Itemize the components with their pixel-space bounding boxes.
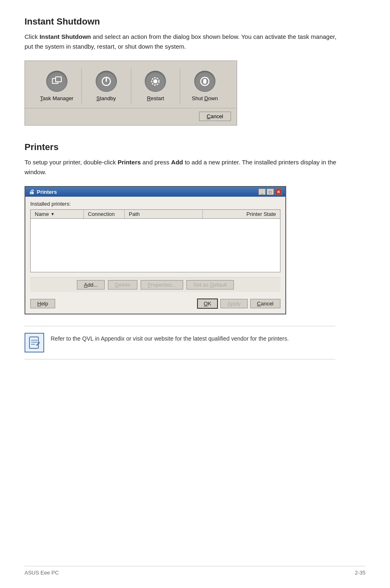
shutdown-dialog: Task Manager Standby xyxy=(25,61,237,126)
shut-down-label: Shut Down xyxy=(192,95,218,101)
standby-svg xyxy=(100,75,112,88)
ok-button[interactable]: OK xyxy=(197,298,218,309)
maximize-button[interactable]: □ xyxy=(267,189,274,195)
properties-button[interactable]: Properties... xyxy=(141,280,183,290)
task-manager-label: Task Manager xyxy=(40,95,74,101)
note-text: Refer to the QVL in Appendix or visit ou… xyxy=(51,333,289,343)
shutdown-buttons-row: Task Manager Standby xyxy=(25,61,237,108)
note-box: Refer to the QVL in Appendix or visit ou… xyxy=(25,326,335,359)
sort-arrow-icon: ▼ xyxy=(51,212,55,216)
standby-icon xyxy=(96,71,117,92)
shut-down-button[interactable]: Shut Down xyxy=(180,68,229,104)
shut-down-icon xyxy=(194,71,215,92)
shut-down-svg xyxy=(199,75,211,88)
printers-description: To setup your printer, double-click Prin… xyxy=(25,157,343,177)
svg-rect-1 xyxy=(56,77,61,82)
installed-printers-label: Installed printers: xyxy=(30,201,280,207)
svg-rect-9 xyxy=(29,337,38,348)
close-button[interactable]: ✕ xyxy=(275,189,282,195)
minimize-button[interactable]: _ xyxy=(258,189,266,195)
col-header-state[interactable]: Printer State xyxy=(203,210,280,218)
shutdown-cancel-row: Cancel xyxy=(25,108,237,125)
set-default-button[interactable]: Set as Default xyxy=(186,280,234,290)
svg-point-5 xyxy=(153,79,157,83)
shutdown-cancel-button[interactable]: Cancel xyxy=(199,112,231,121)
standby-label: Standby xyxy=(96,95,116,101)
note-icon xyxy=(25,333,44,352)
restart-svg xyxy=(149,75,161,88)
restart-icon xyxy=(145,71,166,92)
printers-bold: Printers xyxy=(118,159,141,166)
instant-shutdown-bold: Instant Shutdown xyxy=(40,33,91,40)
help-button[interactable]: Help xyxy=(30,299,55,308)
task-manager-button[interactable]: Task Manager xyxy=(32,68,82,104)
footer-left: Help xyxy=(30,299,55,308)
printer-window-title: Printers xyxy=(37,189,57,195)
printers-table: Name ▼ Connection Path Printer State xyxy=(30,209,280,272)
printers-body: Installed printers: Name ▼ Connection Pa… xyxy=(25,197,285,314)
col-state-label: Printer State xyxy=(247,211,276,217)
printers-titlebar: 🖨 Printers _ □ ✕ xyxy=(25,187,285,197)
titlebar-controls: _ □ ✕ xyxy=(258,189,282,195)
col-path-label: Path xyxy=(129,211,140,217)
shutdown-dialog-inner: Task Manager Standby xyxy=(25,61,237,125)
add-bold: Add xyxy=(171,159,183,166)
printers-actions-row: Add... Delete Properties... Set as Defau… xyxy=(30,277,280,292)
note-svg xyxy=(28,336,41,349)
task-manager-svg xyxy=(51,75,63,88)
footer-right-text: 2-35 xyxy=(355,570,365,576)
task-manager-icon xyxy=(46,71,67,92)
cancel-button[interactable]: Cancel xyxy=(250,299,280,308)
instant-shutdown-description: Click Instant Shutdown and select an act… xyxy=(25,32,343,52)
printers-title: Printers xyxy=(25,142,365,153)
add-button[interactable]: Add... xyxy=(77,280,105,290)
standby-button[interactable]: Standby xyxy=(82,68,131,104)
printers-section: Printers To setup your printer, double-c… xyxy=(25,142,365,359)
printers-table-body xyxy=(31,219,280,272)
restart-button[interactable]: Restart xyxy=(131,68,181,104)
footer-left-text: ASUS Eee PC xyxy=(25,570,59,576)
printers-footer: Help OK Apply Cancel xyxy=(30,296,280,309)
delete-button[interactable]: Delete xyxy=(108,280,137,290)
restart-label: Restart xyxy=(147,95,164,101)
apply-button[interactable]: Apply xyxy=(220,299,248,308)
col-connection-label: Connection xyxy=(88,211,115,217)
footer-right: OK Apply Cancel xyxy=(197,298,280,309)
titlebar-left: 🖨 Printers xyxy=(29,189,57,195)
col-header-path[interactable]: Path xyxy=(125,210,203,218)
col-header-connection[interactable]: Connection xyxy=(84,210,125,218)
printers-table-header: Name ▼ Connection Path Printer State xyxy=(31,210,280,219)
instant-shutdown-title: Instant Shutdown xyxy=(25,16,365,27)
col-name-label: Name xyxy=(35,211,49,217)
col-header-name[interactable]: Name ▼ xyxy=(31,210,84,218)
instant-shutdown-section: Instant Shutdown Click Instant Shutdown … xyxy=(25,16,365,126)
page-footer: ASUS Eee PC 2-35 xyxy=(25,566,365,576)
printers-window: 🖨 Printers _ □ ✕ Installed printers: Nam… xyxy=(25,186,286,314)
svg-rect-8 xyxy=(203,79,206,84)
printer-window-icon: 🖨 xyxy=(29,189,34,195)
